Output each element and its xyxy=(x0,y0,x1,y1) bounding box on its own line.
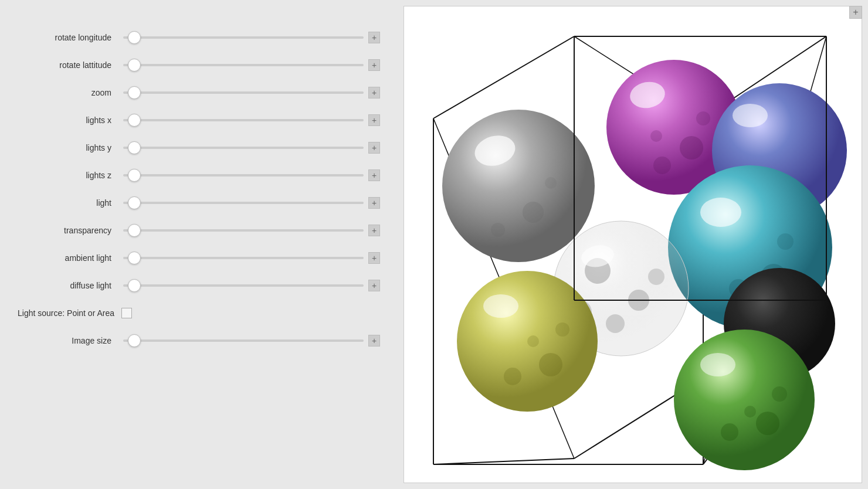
slider-expand-button[interactable]: + xyxy=(368,280,380,291)
image-size-expand-button[interactable]: + xyxy=(368,335,380,347)
slider-expand-button[interactable]: + xyxy=(368,59,380,71)
slider-label: lights x xyxy=(18,116,111,125)
slider-thumb[interactable] xyxy=(128,31,141,44)
slider-label: ambient light xyxy=(18,253,111,263)
slider-track-wrapper: + xyxy=(118,169,380,181)
slider-thumb[interactable] xyxy=(128,86,141,99)
slider-expand-button[interactable]: + xyxy=(368,87,380,99)
svg-line-10 xyxy=(433,459,574,464)
slider-track-wrapper: + xyxy=(118,280,380,291)
slider-thumb[interactable] xyxy=(128,279,141,292)
svg-point-48 xyxy=(527,335,539,347)
slider-track[interactable] xyxy=(123,174,364,176)
slider-thumb[interactable] xyxy=(128,196,141,209)
svg-point-51 xyxy=(700,353,735,376)
slider-track-wrapper: + xyxy=(118,114,380,126)
image-size-thumb[interactable] xyxy=(128,334,141,347)
slider-track-wrapper: + xyxy=(118,32,380,43)
svg-point-53 xyxy=(721,423,738,441)
slider-expand-button[interactable]: + xyxy=(368,169,380,181)
slider-row: rotate lattitude+ xyxy=(12,51,386,79)
svg-point-22 xyxy=(545,177,557,189)
slider-track[interactable] xyxy=(123,36,364,39)
svg-point-50 xyxy=(674,330,815,470)
slider-label: rotate longitude xyxy=(18,33,111,42)
slider-thumb[interactable] xyxy=(128,224,141,237)
slider-thumb[interactable] xyxy=(128,141,141,154)
slider-thumb[interactable] xyxy=(128,252,141,264)
svg-point-39 xyxy=(606,314,625,333)
slider-track[interactable] xyxy=(123,119,364,121)
svg-line-6 xyxy=(433,36,574,118)
slider-expand-button[interactable]: + xyxy=(368,32,380,43)
slider-label: light xyxy=(18,198,111,208)
svg-point-44 xyxy=(483,294,518,318)
image-size-row: Image size+ xyxy=(12,327,386,354)
slider-expand-button[interactable]: + xyxy=(368,142,380,154)
svg-point-20 xyxy=(523,202,544,223)
svg-point-25 xyxy=(680,136,703,159)
left-panel: rotate longitude+rotate lattitude+zoom+l… xyxy=(0,0,398,489)
slider-row: lights y+ xyxy=(12,134,386,161)
slider-track[interactable] xyxy=(123,147,364,149)
slider-label: lights y xyxy=(18,143,111,152)
canvas-area xyxy=(404,6,862,483)
svg-point-26 xyxy=(653,157,671,174)
svg-point-40 xyxy=(648,269,664,285)
slider-track[interactable] xyxy=(123,229,364,232)
slider-row: lights z+ xyxy=(12,161,386,189)
svg-point-32 xyxy=(700,198,741,227)
checkbox-row: Light source: Point or Area xyxy=(12,299,386,327)
svg-point-54 xyxy=(772,386,787,402)
slider-row: lights x+ xyxy=(12,106,386,134)
slider-thumb[interactable] xyxy=(128,169,141,182)
slider-label: rotate lattitude xyxy=(18,60,111,70)
slider-expand-button[interactable]: + xyxy=(368,252,380,264)
slider-label: transparency xyxy=(18,226,111,235)
slider-track-wrapper: + xyxy=(118,142,380,154)
svg-line-11 xyxy=(574,459,703,464)
checkbox-label: Light source: Point or Area xyxy=(18,308,114,318)
slider-track[interactable] xyxy=(123,202,364,204)
slider-label: zoom xyxy=(18,88,111,97)
slider-label: diffuse light xyxy=(18,281,111,290)
slider-row: rotate longitude+ xyxy=(12,23,386,51)
slider-row: transparency+ xyxy=(12,216,386,244)
slider-expand-button[interactable]: + xyxy=(368,197,380,209)
image-size-label: Image size xyxy=(18,336,111,345)
slider-track[interactable] xyxy=(123,257,364,259)
svg-point-28 xyxy=(650,130,662,142)
svg-point-55 xyxy=(744,406,756,417)
slider-label: lights z xyxy=(18,171,111,180)
light-source-checkbox[interactable] xyxy=(121,308,132,318)
corner-plus-button[interactable]: + xyxy=(849,6,862,19)
slider-expand-button[interactable]: + xyxy=(368,225,380,236)
slider-row: diffuse light+ xyxy=(12,271,386,299)
slider-track-wrapper: + xyxy=(118,59,380,71)
svg-point-27 xyxy=(696,111,710,125)
svg-point-30 xyxy=(733,104,768,127)
slider-thumb[interactable] xyxy=(128,114,141,127)
right-panel xyxy=(404,6,862,483)
image-size-slider-wrapper: + xyxy=(118,335,380,347)
image-size-track[interactable] xyxy=(123,339,364,342)
slider-track-wrapper: + xyxy=(118,252,380,264)
slider-track-wrapper: + xyxy=(118,225,380,236)
slider-track[interactable] xyxy=(123,91,364,94)
slider-row: ambient light+ xyxy=(12,244,386,271)
slider-track[interactable] xyxy=(123,284,364,287)
slider-track-wrapper: + xyxy=(118,87,380,99)
svg-point-21 xyxy=(491,223,505,237)
slider-track-wrapper: + xyxy=(118,197,380,209)
slider-row: light+ xyxy=(12,189,386,216)
slider-row: zoom+ xyxy=(12,79,386,106)
svg-point-18 xyxy=(442,110,595,262)
svg-point-46 xyxy=(504,368,521,385)
svg-point-47 xyxy=(555,322,569,337)
svg-point-35 xyxy=(777,233,794,250)
svg-point-52 xyxy=(756,412,779,435)
slider-track[interactable] xyxy=(123,64,364,66)
svg-point-45 xyxy=(539,353,562,376)
slider-expand-button[interactable]: + xyxy=(368,114,380,126)
slider-thumb[interactable] xyxy=(128,59,141,72)
